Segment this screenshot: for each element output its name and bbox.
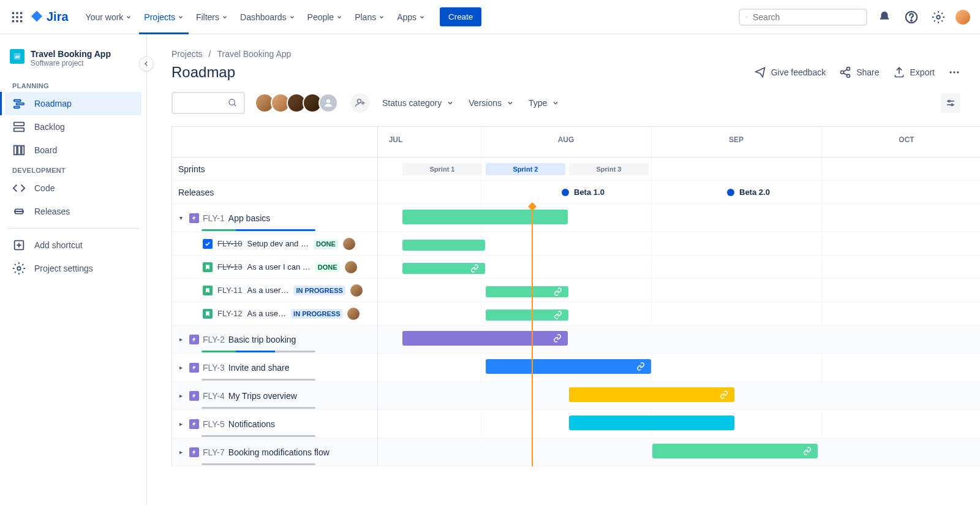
- svg-rect-5: [20, 16, 22, 18]
- assignee-filter[interactable]: [255, 93, 338, 113]
- issue-key[interactable]: FLY-1: [203, 213, 225, 223]
- assignee-avatar[interactable]: [345, 261, 357, 273]
- view-settings-button[interactable]: [941, 93, 960, 113]
- child-issue-row[interactable]: FLY-12As a use…IN PROGRESS: [172, 302, 377, 325]
- nav-item-filters[interactable]: Filters: [191, 9, 233, 26]
- share-button[interactable]: Share: [839, 66, 879, 78]
- search-input[interactable]: [753, 12, 860, 22]
- timeline-bar[interactable]: [402, 263, 485, 274]
- give-feedback-button[interactable]: Give feedback: [754, 66, 826, 78]
- expand-toggle[interactable]: ▸: [176, 364, 186, 371]
- epic-row[interactable]: ▸FLY-3Invite and share: [172, 354, 377, 382]
- help-icon[interactable]: [902, 7, 921, 27]
- child-issue-row[interactable]: FLY-13As a user I can …DONE: [172, 256, 377, 279]
- assignee-avatar[interactable]: [343, 238, 355, 250]
- assignee-avatar[interactable]: [350, 284, 363, 297]
- issue-key[interactable]: FLY-11: [217, 286, 242, 295]
- svg-line-10: [747, 17, 748, 18]
- epic-row[interactable]: ▸FLY-5Notifications: [172, 410, 377, 438]
- timeline-issue-list: Sprints Releases ▾FLY-1App basicsFLY-10S…: [172, 127, 378, 466]
- nav-item-projects[interactable]: Projects: [139, 9, 189, 26]
- timeline-chart[interactable]: JULAUGSEPOCT Sprint 1Sprint 2Sprint 3 Be…: [378, 127, 980, 466]
- app-switcher-icon[interactable]: [10, 10, 24, 25]
- release-marker[interactable]: [727, 189, 734, 196]
- profile-avatar[interactable]: [956, 10, 970, 25]
- timeline-bar[interactable]: [402, 210, 568, 224]
- sprint-pill[interactable]: Sprint 2: [486, 163, 565, 175]
- timeline-bar[interactable]: [486, 359, 651, 374]
- filters-bar: Status category Versions Type: [172, 92, 980, 114]
- sidebar-item-project-settings[interactable]: Project settings: [5, 257, 141, 280]
- expand-toggle[interactable]: ▾: [176, 215, 186, 221]
- sidebar-item-code[interactable]: Code: [5, 177, 141, 200]
- issue-search[interactable]: [172, 92, 245, 114]
- breadcrumb-item[interactable]: Travel Booking App: [217, 49, 291, 59]
- create-button[interactable]: Create: [440, 7, 481, 26]
- timeline-bar[interactable]: [569, 416, 734, 430]
- expand-toggle[interactable]: ▸: [176, 449, 186, 455]
- add-person-button[interactable]: [350, 93, 370, 113]
- issue-key[interactable]: FLY-4: [203, 391, 225, 401]
- sidebar-item-roadmap[interactable]: Roadmap: [5, 92, 141, 115]
- epic-row[interactable]: ▸FLY-2Basic trip booking: [172, 325, 377, 354]
- filter-type[interactable]: Type: [526, 94, 562, 112]
- status-badge: DONE: [314, 239, 338, 249]
- sidebar-item-add-shortcut[interactable]: Add shortcut: [5, 234, 141, 257]
- chevron-down-icon: [419, 14, 425, 20]
- issue-key[interactable]: FLY-13: [217, 262, 242, 271]
- child-issue-row[interactable]: FLY-11As a user…IN PROGRESS: [172, 279, 377, 302]
- svg-line-31: [234, 104, 236, 106]
- issue-key[interactable]: FLY-7: [203, 447, 225, 457]
- timeline-bar[interactable]: [486, 309, 568, 321]
- export-button[interactable]: Export: [893, 66, 935, 78]
- nav-item-people[interactable]: People: [303, 9, 348, 26]
- global-search[interactable]: [739, 9, 867, 26]
- issue-key[interactable]: FLY-3: [203, 363, 225, 373]
- expand-toggle[interactable]: ▸: [176, 392, 186, 399]
- nav-item-your-work[interactable]: Your work: [81, 9, 137, 26]
- nav-item-plans[interactable]: Plans: [350, 9, 390, 26]
- epic-row[interactable]: ▸FLY-7Booking modifications flow: [172, 438, 377, 466]
- progress-bar: [202, 435, 315, 437]
- jira-logo[interactable]: Jira: [29, 10, 69, 25]
- notifications-icon[interactable]: [875, 7, 894, 27]
- sidebar-item-backlog[interactable]: Backlog: [5, 115, 141, 139]
- sprint-pill[interactable]: Sprint 1: [402, 163, 482, 175]
- sidebar-item-board[interactable]: Board: [5, 139, 141, 162]
- timeline-bar[interactable]: [486, 286, 568, 297]
- link-icon: [553, 334, 562, 343]
- code-icon: [12, 181, 26, 195]
- nav-item-dashboards[interactable]: Dashboards: [235, 9, 300, 26]
- assignee-avatar[interactable]: [347, 308, 360, 320]
- progress-bar: [202, 229, 315, 231]
- expand-toggle[interactable]: ▸: [176, 420, 186, 427]
- issue-key[interactable]: FLY-10: [217, 239, 242, 248]
- epic-row[interactable]: ▾FLY-1App basics: [172, 204, 377, 232]
- issue-key[interactable]: FLY-5: [203, 419, 225, 429]
- more-actions-icon[interactable]: [948, 66, 960, 78]
- link-icon: [470, 264, 479, 273]
- filter-versions[interactable]: Versions: [466, 94, 516, 112]
- sidebar-item-releases[interactable]: Releases: [5, 200, 141, 223]
- add-shortcut-icon: [12, 238, 26, 252]
- timeline-bar[interactable]: [402, 240, 485, 251]
- filter-status-category[interactable]: Status category: [380, 94, 456, 112]
- settings-icon[interactable]: [929, 7, 948, 27]
- issue-key[interactable]: FLY-12: [217, 309, 242, 318]
- timeline-bar[interactable]: [569, 387, 734, 402]
- child-issue-row[interactable]: FLY-10Setup dev and …DONE: [172, 232, 377, 256]
- chevron-down-icon: [222, 14, 228, 20]
- timeline-bar[interactable]: [402, 331, 568, 346]
- svg-rect-0: [12, 12, 14, 13]
- issue-title: Invite and share: [228, 363, 290, 373]
- issue-key[interactable]: FLY-2: [203, 335, 225, 344]
- nav-item-apps[interactable]: Apps: [392, 9, 430, 26]
- release-marker[interactable]: [562, 189, 569, 196]
- breadcrumb-item[interactable]: Projects: [172, 49, 203, 59]
- expand-toggle[interactable]: ▸: [176, 336, 186, 343]
- sprint-pill[interactable]: Sprint 3: [569, 163, 649, 175]
- epic-row[interactable]: ▸FLY-4My Trips overview: [172, 382, 377, 410]
- project-header[interactable]: Travel Booking App Software project: [5, 49, 141, 77]
- sidebar-collapse-button[interactable]: [139, 56, 154, 71]
- timeline-bar[interactable]: [652, 444, 818, 458]
